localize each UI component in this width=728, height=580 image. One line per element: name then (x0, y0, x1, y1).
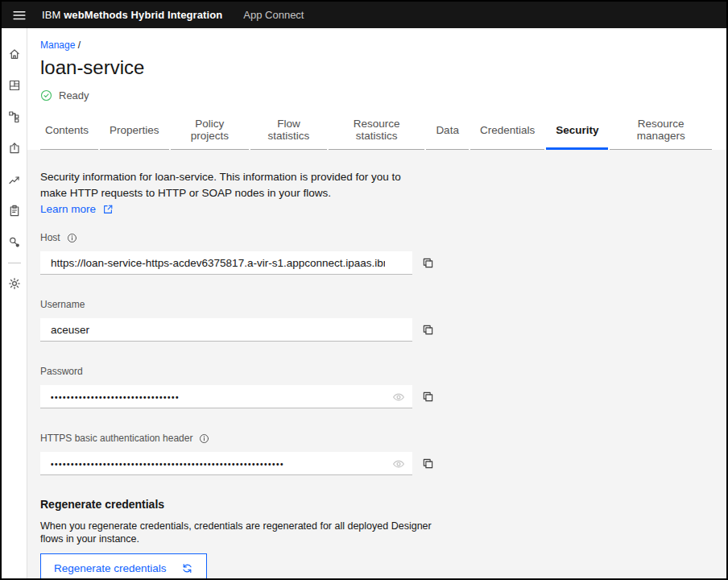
api-key-icon[interactable] (8, 236, 21, 249)
left-sidebar (2, 28, 27, 578)
clipboard-icon[interactable] (8, 205, 21, 218)
password-input[interactable] (40, 385, 412, 408)
tab-credentials[interactable]: Credentials (470, 114, 544, 150)
breadcrumb-manage-link[interactable]: Manage (40, 39, 75, 51)
info-icon[interactable] (199, 433, 209, 444)
host-field-group: Host (40, 232, 714, 275)
username-input[interactable] (40, 318, 412, 342)
tab-resource-statistics[interactable]: Resource statistics (329, 114, 425, 150)
deploy-icon[interactable] (8, 142, 21, 155)
show-auth-header-button[interactable] (392, 458, 405, 470)
status-badge: Ready (40, 89, 714, 102)
tab-properties[interactable]: Properties (100, 114, 169, 150)
auth-header-input[interactable] (40, 452, 412, 475)
password-field-group: Password (40, 366, 714, 408)
copy-auth-header-button[interactable] (422, 458, 434, 470)
dashboard-icon[interactable] (8, 79, 21, 92)
learn-more-label: Learn more (40, 203, 96, 215)
copy-icon (422, 391, 434, 403)
page-title: loan-service (40, 56, 714, 79)
eye-icon (392, 391, 405, 404)
tab-flow-statistics[interactable]: Flow statistics (250, 114, 327, 150)
launch-icon (102, 204, 114, 215)
tab-contents[interactable]: Contents (40, 114, 98, 150)
regenerate-heading: Regenerate credentials (40, 498, 714, 511)
regenerate-button-label: Regenerate credentials (54, 562, 167, 574)
breadcrumb-separator: / (75, 39, 81, 51)
chart-line-icon[interactable] (8, 173, 21, 186)
top-header-bar: IBM webMethods Hybrid Integration App Co… (2, 2, 726, 28)
host-input[interactable] (40, 251, 412, 275)
auth-header-label: HTTPS basic authentication header (40, 433, 714, 444)
brand-bold: webMethods Hybrid Integration (64, 9, 222, 21)
tab-resource-managers[interactable]: Resource managers (610, 114, 712, 150)
app-connect-label[interactable]: App Connect (243, 9, 304, 21)
eye-icon (392, 458, 405, 470)
security-description: Security information for loan-service. T… (40, 169, 425, 201)
tab-bar: Contents Properties Policy projects Flow… (40, 114, 714, 150)
tab-policy-projects[interactable]: Policy projects (171, 114, 249, 150)
app-window: IBM webMethods Hybrid Integration App Co… (0, 0, 728, 580)
tab-security[interactable]: Security (546, 114, 608, 150)
brand-title: IBM webMethods Hybrid Integration (42, 9, 222, 21)
home-icon[interactable] (8, 48, 21, 60)
hamburger-menu-icon[interactable] (11, 7, 27, 23)
renew-icon (181, 562, 193, 574)
copy-username-button[interactable] (422, 324, 434, 336)
tab-data[interactable]: Data (426, 114, 469, 150)
flow-icon[interactable] (8, 110, 21, 123)
password-label: Password (40, 366, 714, 377)
copy-password-button[interactable] (422, 391, 434, 403)
sidebar-divider (8, 263, 21, 263)
regenerate-description: When you regenerate credentials, credent… (40, 520, 436, 545)
username-label: Username (40, 299, 714, 310)
copy-icon (422, 257, 434, 269)
username-field-group: Username (40, 299, 714, 342)
status-label: Ready (59, 89, 89, 102)
copy-icon (422, 458, 434, 470)
copy-host-button[interactable] (422, 257, 434, 269)
show-password-button[interactable] (392, 391, 405, 404)
breadcrumb: Manage / (40, 39, 714, 51)
check-circle-icon (40, 89, 52, 102)
learn-more-link[interactable]: Learn more (40, 203, 114, 215)
copy-icon (422, 324, 434, 336)
settings-icon[interactable] (8, 277, 21, 290)
auth-header-field-group: HTTPS basic authentication header (40, 433, 714, 475)
host-label: Host (40, 232, 714, 243)
info-icon[interactable] (67, 233, 77, 243)
regenerate-credentials-button[interactable]: Regenerate credentials (40, 553, 207, 578)
